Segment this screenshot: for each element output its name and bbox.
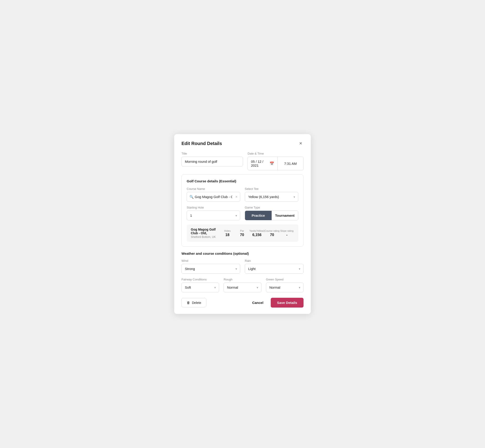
course-search-wrap: 🔍 × <box>187 192 240 202</box>
wind-label: Wind <box>181 259 240 263</box>
trash-icon: 🗑 <box>187 301 190 304</box>
slope-rating-label: Slope rating <box>280 230 294 232</box>
course-name-input[interactable] <box>187 192 240 202</box>
search-icon: 🔍 <box>189 195 194 199</box>
practice-button[interactable]: Practice <box>245 211 272 220</box>
fairway-select-wrap: Soft Normal Hard ▾ <box>181 282 219 292</box>
holes-value: 18 <box>226 233 229 237</box>
course-info-name: Gog Magog Golf Club - Old, Shelford Bott… <box>191 228 220 239</box>
slope-rating-value: - <box>286 233 287 237</box>
wind-rain-row: Wind None Light Moderate Strong ▾ Rain N… <box>181 259 304 274</box>
starting-hole-select[interactable]: 1 2 3 <box>187 211 240 220</box>
holes-stat: Holes 18 <box>220 230 235 237</box>
hole-gametype-row: Starting Hole 1 2 3 ▾ Game Type Practice… <box>187 206 298 220</box>
fairway-label: Fairway Conditions <box>181 278 219 281</box>
modal-header: Edit Round Details × <box>181 140 304 146</box>
course-tee-row: Course Name 🔍 × Select Tee Yellow (6,156… <box>187 187 298 202</box>
golf-course-section: Golf Course details (Essential) Course N… <box>181 174 304 247</box>
yards-value: 6,156 <box>252 233 261 237</box>
course-rating-stat: Course rating 70 <box>265 230 280 237</box>
modal-title: Edit Round Details <box>181 141 222 146</box>
clear-icon[interactable]: × <box>235 195 237 199</box>
datetime-group: Date & Time 05 / 12 / 2021 📅 7:31 AM <box>248 152 304 170</box>
footer-right: Cancel Save Details <box>249 298 304 308</box>
select-tee-group: Select Tee Yellow (6,156 yards) White (6… <box>245 187 298 202</box>
delete-button[interactable]: 🗑 Delete <box>181 298 206 307</box>
rain-group: Rain None Light Moderate Heavy ▾ <box>245 259 304 274</box>
title-datetime-row: Title Date & Time 05 / 12 / 2021 📅 7:31 … <box>181 152 304 170</box>
title-group: Title <box>181 152 243 170</box>
course-name-group: Course Name 🔍 × <box>187 187 240 202</box>
rain-label: Rain <box>245 259 304 263</box>
datetime-label: Date & Time <box>248 152 304 155</box>
green-speed-select[interactable]: Slow Normal Fast Very Fast <box>266 282 304 292</box>
course-name-label: Course Name <box>187 187 240 191</box>
green-speed-select-wrap: Slow Normal Fast Very Fast ▾ <box>266 282 304 292</box>
game-type-group: Game Type Practice Tournament <box>245 206 298 220</box>
cancel-button[interactable]: Cancel <box>249 298 267 307</box>
green-speed-group: Green Speed Slow Normal Fast Very Fast ▾ <box>266 278 304 292</box>
edit-round-modal: Edit Round Details × Title Date & Time 0… <box>174 134 311 314</box>
calendar-icon: 📅 <box>270 161 274 166</box>
rough-group: Rough Short Normal Long ▾ <box>224 278 261 292</box>
starting-hole-label: Starting Hole <box>187 206 240 209</box>
slope-rating-stat: Slope rating - <box>280 230 294 237</box>
footer-row: 🗑 Delete Cancel Save Details <box>181 298 304 308</box>
fairway-select[interactable]: Soft Normal Hard <box>181 282 219 292</box>
save-button[interactable]: Save Details <box>271 298 304 308</box>
tee-select-wrap: Yellow (6,156 yards) White (6,700 yards)… <box>245 192 298 202</box>
tournament-button[interactable]: Tournament <box>272 211 298 220</box>
time-field[interactable]: 7:31 AM <box>278 157 303 170</box>
date-time-row: 05 / 12 / 2021 📅 7:31 AM <box>248 157 304 170</box>
green-speed-label: Green Speed <box>266 278 304 281</box>
course-location: Shelford Bottom, UK <box>191 235 220 239</box>
fairway-group: Fairway Conditions Soft Normal Hard ▾ <box>181 278 219 292</box>
holes-label: Holes <box>224 230 231 232</box>
close-button[interactable]: × <box>298 140 304 146</box>
golf-course-title: Golf Course details (Essential) <box>187 179 298 183</box>
yards-stat: Yards(Yellow) 6,156 <box>249 230 265 237</box>
yards-label: Yards(Yellow) <box>249 230 265 232</box>
fairway-rough-green-row: Fairway Conditions Soft Normal Hard ▾ Ro… <box>181 278 304 292</box>
game-type-label: Game Type <box>245 206 298 209</box>
par-label: Par <box>240 230 244 232</box>
weather-section: Weather and course conditions (optional)… <box>181 252 304 292</box>
time-value: 7:31 AM <box>284 162 297 166</box>
date-value: 05 / 12 / 2021 <box>251 160 267 167</box>
delete-label: Delete <box>192 301 201 304</box>
course-info-box: Gog Magog Golf Club - Old, Shelford Bott… <box>187 224 298 242</box>
par-stat: Par 70 <box>235 230 249 237</box>
select-tee-label: Select Tee <box>245 187 298 191</box>
starting-hole-select-wrap: 1 2 3 ▾ <box>187 211 240 220</box>
rough-select-wrap: Short Normal Long ▾ <box>224 282 261 292</box>
date-field[interactable]: 05 / 12 / 2021 📅 <box>248 157 278 170</box>
wind-select-wrap: None Light Moderate Strong ▾ <box>181 264 240 274</box>
tee-select[interactable]: Yellow (6,156 yards) White (6,700 yards)… <box>245 192 298 202</box>
rough-label: Rough <box>224 278 261 281</box>
title-input[interactable] <box>181 157 243 166</box>
wind-select[interactable]: None Light Moderate Strong <box>181 264 240 274</box>
rain-select[interactable]: None Light Moderate Heavy <box>245 264 304 274</box>
rain-select-wrap: None Light Moderate Heavy ▾ <box>245 264 304 274</box>
rough-select[interactable]: Short Normal Long <box>224 282 261 292</box>
title-label: Title <box>181 152 243 155</box>
starting-hole-group: Starting Hole 1 2 3 ▾ <box>187 206 240 220</box>
course-rating-label: Course rating <box>265 230 280 232</box>
game-type-toggle: Practice Tournament <box>245 211 298 220</box>
course-rating-value: 70 <box>270 233 274 237</box>
wind-group: Wind None Light Moderate Strong ▾ <box>181 259 240 274</box>
weather-section-title: Weather and course conditions (optional) <box>181 252 304 256</box>
par-value: 70 <box>240 233 244 237</box>
course-display-name: Gog Magog Golf Club - Old, <box>191 228 220 235</box>
